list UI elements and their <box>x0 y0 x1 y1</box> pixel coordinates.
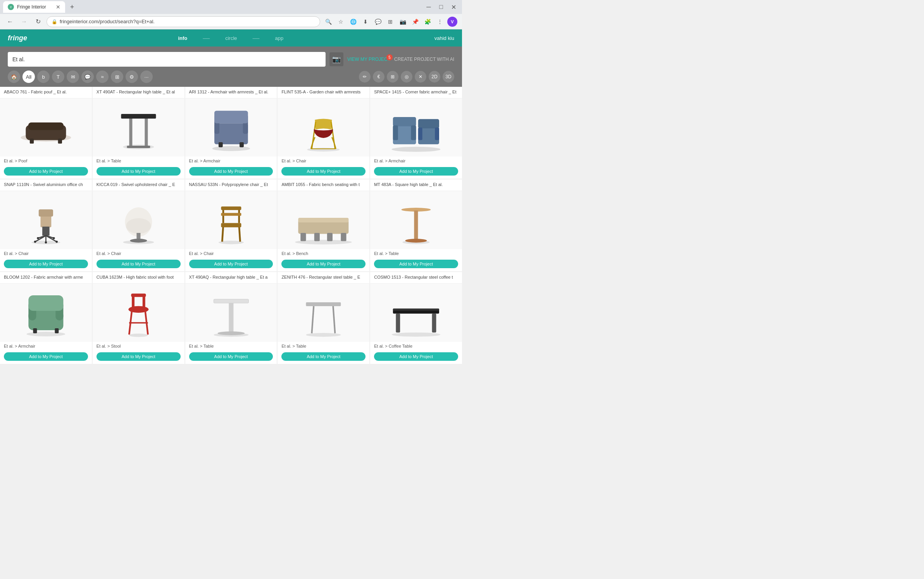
3d-tool-button[interactable]: 3D <box>443 71 454 83</box>
product-title: CUBA 1623M - High fabric stool with foot <box>93 272 184 284</box>
product-card[interactable]: ABACO 761 - Fabric pouf _ Et al. Et al. … <box>0 87 92 179</box>
product-card[interactable]: SNAP 1110N - Swivel aluminium office ch … <box>0 179 92 271</box>
user-name: vahid kiu <box>434 35 454 41</box>
camera-search-button[interactable]: 📷 <box>329 52 343 66</box>
add-to-project-button[interactable]: Add to My Project <box>97 260 181 268</box>
product-category: Et al. > Chair <box>185 249 277 258</box>
2d-tool-button[interactable]: 2D <box>429 71 440 83</box>
product-card[interactable]: BLOOM 1202 - Fabric armchair with arme E… <box>0 272 92 364</box>
search-bar-row: 📷 VIEW MY PROJECT 5 CREATE PROJECT WITH … <box>8 52 454 67</box>
price-tool-button[interactable]: € <box>373 71 384 83</box>
filter-row: 🏠 All b T ✉ 💬 ≈ ⊞ ⚙ ··· ✏ € ⊞ ◎ ✕ 2D 3D <box>8 71 454 83</box>
product-image <box>370 191 462 249</box>
download-icon[interactable]: ⬇ <box>360 17 371 27</box>
filter-settings[interactable]: ⚙ <box>126 71 138 83</box>
maximize-button[interactable]: □ <box>436 2 446 12</box>
product-title: ABACO 761 - Fabric pouf _ Et al. <box>0 87 92 98</box>
add-to-project-button[interactable]: Add to My Project <box>4 352 88 361</box>
svg-point-22 <box>392 147 441 152</box>
add-to-project-button[interactable]: Add to My Project <box>189 260 273 268</box>
filter-wave[interactable]: ≈ <box>96 71 109 83</box>
grid-tool-button[interactable]: ⊞ <box>387 71 398 83</box>
chat-icon[interactable]: 💬 <box>373 17 383 27</box>
add-to-project-button[interactable]: Add to My Project <box>281 352 365 361</box>
create-project-button[interactable]: CREATE PROJECT WITH AI <box>394 57 454 62</box>
translate-icon[interactable]: 🌐 <box>348 17 358 27</box>
product-title: COSMO 1513 - Rectangular steel coffee t <box>370 272 462 284</box>
more-options-icon[interactable]: ⋮ <box>435 17 445 27</box>
add-to-project-button[interactable]: Add to My Project <box>374 260 458 268</box>
product-image <box>0 191 92 249</box>
app-logo[interactable]: fringe <box>8 34 27 42</box>
add-to-project-button[interactable]: Add to My Project <box>97 352 181 361</box>
close-window-button[interactable]: ✕ <box>448 2 459 12</box>
add-to-project-button[interactable]: Add to My Project <box>189 352 273 361</box>
reload-button[interactable]: ↻ <box>33 16 43 27</box>
camera-icon[interactable]: 📷 <box>398 17 408 27</box>
circle-tool-button[interactable]: ◎ <box>401 71 412 83</box>
address-bar[interactable]: 🔒 fringeinterior.com/product/search?q=Et… <box>47 16 320 27</box>
search-input[interactable] <box>12 56 321 62</box>
add-to-project-button[interactable]: Add to My Project <box>281 260 365 268</box>
add-to-project-button[interactable]: Add to My Project <box>4 167 88 176</box>
product-category: Et al. > Armchair <box>185 157 277 165</box>
product-card[interactable]: KICCA 019 - Swivel upholstered chair _ E… <box>93 179 184 271</box>
product-card[interactable]: CUBA 1623M - High fabric stool with foot… <box>93 272 184 364</box>
svg-rect-33 <box>39 209 53 217</box>
search-input-wrap[interactable] <box>8 52 326 67</box>
nav-circle[interactable]: circle <box>225 35 237 41</box>
search-icon[interactable]: 🔍 <box>323 17 333 27</box>
product-card[interactable]: NASSAU 533N - Polypropylene chair _ Et E… <box>185 179 277 271</box>
forward-button[interactable]: → <box>19 16 29 27</box>
product-card[interactable]: SPACE+ 1415 - Corner fabric armchair _ E… <box>370 87 462 179</box>
add-to-project-button[interactable]: Add to My Project <box>189 167 273 176</box>
product-card[interactable]: ARI 1312 - Armchair with armrests _ Et a… <box>185 87 277 179</box>
product-card[interactable]: AMBIT 1055 - Fabric bench seating with t… <box>278 179 369 271</box>
svg-rect-53 <box>221 223 241 227</box>
product-card[interactable]: ZENITH 476 - Rectangular steel table _ E… <box>278 272 369 364</box>
filter-b[interactable]: b <box>37 71 50 83</box>
grid-icon[interactable]: ⊞ <box>385 17 395 27</box>
product-card[interactable]: FLINT 535-A - Garden chair with armrests… <box>278 87 369 179</box>
product-title: FLINT 535-A - Garden chair with armrests <box>278 87 369 98</box>
view-project-button[interactable]: VIEW MY PROJECT 5 <box>347 57 390 62</box>
filter-more[interactable]: ··· <box>140 71 153 83</box>
filter-all[interactable]: All <box>22 71 35 83</box>
tab-close-button[interactable]: ✕ <box>56 4 60 10</box>
svg-rect-8 <box>145 119 148 148</box>
user-avatar-button[interactable]: V <box>447 17 457 27</box>
product-card[interactable]: COSMO 1513 - Rectangular steel coffee t … <box>370 272 462 364</box>
product-image <box>278 284 369 342</box>
filter-mail[interactable]: ✉ <box>67 71 79 83</box>
close-tool-button[interactable]: ✕ <box>415 71 426 83</box>
product-card[interactable]: XT 490AT - Rectangular high table _ Et a… <box>93 87 184 179</box>
back-button[interactable]: ← <box>5 16 16 27</box>
svg-point-88 <box>306 333 341 337</box>
pin-icon[interactable]: 📌 <box>410 17 420 27</box>
add-to-project-button[interactable]: Add to My Project <box>374 167 458 176</box>
minimize-button[interactable]: ─ <box>423 2 434 12</box>
filter-grid[interactable]: ⊞ <box>111 71 123 83</box>
nav-info[interactable]: info <box>178 35 187 41</box>
new-tab-button[interactable]: + <box>67 2 78 12</box>
product-card[interactable]: MT 483A - Square high table _ Et al. Et … <box>370 179 462 271</box>
active-tab[interactable]: f Fringe Interior ✕ <box>3 1 65 13</box>
url-text[interactable]: fringeinterior.com/product/search?q=Et+a… <box>60 19 155 24</box>
filter-home[interactable]: 🏠 <box>8 71 20 83</box>
extensions-icon[interactable]: 🧩 <box>422 17 433 27</box>
product-title: AMBIT 1055 - Fabric bench seating with t <box>278 179 369 191</box>
product-card[interactable]: XT 490AQ - Rectangular high table _ Et a… <box>185 272 277 364</box>
bookmark-icon[interactable]: ☆ <box>336 17 346 27</box>
add-to-project-button[interactable]: Add to My Project <box>4 260 88 268</box>
edit-tool-button[interactable]: ✏ <box>359 71 371 83</box>
svg-point-44 <box>53 237 55 240</box>
product-category: Et al. > Bench <box>278 249 369 258</box>
svg-line-52 <box>239 226 240 242</box>
add-to-project-button[interactable]: Add to My Project <box>281 167 365 176</box>
product-image <box>93 284 184 342</box>
add-to-project-button[interactable]: Add to My Project <box>97 167 181 176</box>
nav-app[interactable]: app <box>275 35 284 41</box>
filter-t[interactable]: T <box>52 71 64 83</box>
add-to-project-button[interactable]: Add to My Project <box>374 352 458 361</box>
filter-chat[interactable]: 💬 <box>81 71 94 83</box>
